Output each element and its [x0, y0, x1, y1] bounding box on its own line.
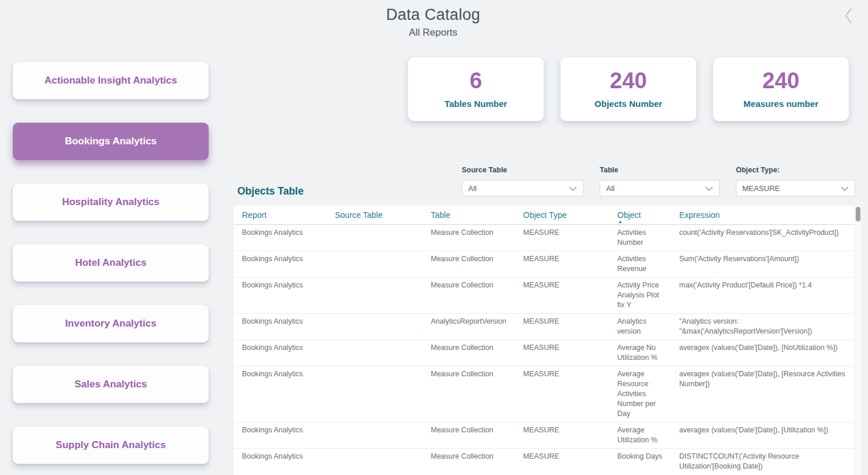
- table-row: Bookings AnalyticsAnalyticsReportVersion…: [234, 314, 855, 340]
- cell-report: Bookings Analytics: [234, 314, 327, 340]
- sidebar: Actionable Insight Analytics Bookings An…: [13, 62, 209, 464]
- sidebar-item-label: Inventory Analytics: [65, 318, 156, 330]
- cell-object: Booking Days: [609, 449, 671, 475]
- filter-selected-value: MEASURE: [742, 184, 780, 193]
- column-header-object[interactable]: Object▲: [609, 206, 671, 225]
- cell-object-type: MEASURE: [515, 251, 609, 278]
- filter-label: Table: [600, 166, 720, 174]
- kpi-card-tables-number: 6 Tables Number: [408, 57, 544, 121]
- cell-expression: "Analytics version: "&max('AnalyticsRepo…: [671, 314, 855, 340]
- scrollbar-thumb[interactable]: [856, 207, 860, 221]
- filter-dropdown[interactable]: All: [600, 180, 720, 196]
- cell-table: Measure Collection: [423, 278, 515, 314]
- cell-object-type: MEASURE: [515, 366, 609, 422]
- filter-label: Source Table: [462, 166, 583, 174]
- cell-table: Measure Collection: [423, 225, 515, 251]
- sidebar-item-hotel-analytics[interactable]: Hotel Analytics: [13, 244, 209, 282]
- sidebar-item-label: Bookings Analytics: [65, 136, 157, 147]
- sidebar-item-supply-chain-analytics[interactable]: Supply Chain Analytics: [13, 427, 209, 464]
- cell-object-type: MEASURE: [515, 278, 609, 314]
- cell-report: Bookings Analytics: [234, 225, 327, 251]
- cell-expression: max('Activity Product'[Default Price]) *…: [671, 278, 855, 314]
- cell-source-table: [327, 314, 423, 340]
- page-header: Data Catalog All Reports: [0, 6, 866, 39]
- kpi-value: 240: [762, 70, 799, 93]
- cell-table: Measure Collection: [423, 340, 515, 366]
- sidebar-item-label: Actionable Insight Analytics: [44, 75, 177, 86]
- table-row: Bookings AnalyticsMeasure CollectionMEAS…: [234, 422, 855, 449]
- sidebar-item-inventory-analytics[interactable]: Inventory Analytics: [13, 305, 209, 342]
- chevron-down-icon: [705, 184, 713, 193]
- cell-expression: averagex (values('Date'[Date]), [Resourc…: [671, 366, 855, 422]
- cell-object: Average Resource Activities Number per D…: [609, 366, 671, 422]
- kpi-label: Objects Number: [594, 99, 662, 109]
- filter-dropdown[interactable]: MEASURE: [736, 180, 855, 196]
- table-row: Bookings AnalyticsMeasure CollectionMEAS…: [234, 366, 855, 422]
- sidebar-item-sales-analytics[interactable]: Sales Analytics: [13, 366, 209, 403]
- cell-source-table: [327, 278, 423, 314]
- chevron-down-icon: [841, 184, 849, 193]
- sort-ascending-icon: ▲: [618, 220, 623, 224]
- cell-object: Activity Price Analysis Plot fix Y: [609, 278, 671, 314]
- cell-report: Bookings Analytics: [234, 340, 327, 366]
- kpi-value: 6: [469, 70, 482, 93]
- filter-dropdown[interactable]: All: [462, 180, 583, 196]
- scrollbar-track[interactable]: [855, 206, 861, 475]
- table-row: Bookings AnalyticsMeasure CollectionMEAS…: [234, 225, 855, 251]
- sidebar-item-label: Hotel Analytics: [75, 257, 146, 269]
- cell-source-table: [327, 340, 423, 366]
- cell-expression: DISTINCTCOUNT('Activity Resource Utiliza…: [671, 449, 855, 475]
- sidebar-item-label: Sales Analytics: [74, 379, 147, 390]
- kpi-card-objects-number: 240 Objects Number: [561, 57, 696, 121]
- sidebar-item-label: Supply Chain Analytics: [56, 439, 165, 451]
- cell-object-type: MEASURE: [515, 340, 609, 366]
- table-row: Bookings AnalyticsMeasure CollectionMEAS…: [234, 449, 855, 475]
- filter-label: Object Type:: [736, 166, 855, 174]
- cell-object: Activities Revenue: [609, 251, 671, 278]
- filter-selected-value: All: [606, 184, 614, 193]
- cell-source-table: [327, 251, 423, 278]
- cell-report: Bookings Analytics: [234, 251, 327, 278]
- cell-table: Measure Collection: [423, 366, 515, 422]
- column-header-report[interactable]: Report: [234, 206, 327, 225]
- cell-expression: count('Activity Reservations'[SK_Activit…: [671, 225, 855, 251]
- cell-table: Measure Collection: [423, 251, 515, 278]
- cell-source-table: [327, 225, 423, 251]
- cell-report: Bookings Analytics: [234, 278, 327, 314]
- table-header-row: ReportSource TableTableObject TypeObject…: [234, 206, 855, 225]
- cell-object-type: MEASURE: [515, 225, 609, 251]
- column-header-source-table[interactable]: Source Table: [327, 206, 423, 225]
- sidebar-item-hospitality-analytics[interactable]: Hospitality Analytics: [13, 183, 209, 221]
- column-header-table[interactable]: Table: [423, 206, 515, 225]
- filter-source-table: Source Table All: [462, 166, 583, 196]
- kpi-label: Tables Number: [444, 99, 507, 109]
- column-header-expression[interactable]: Expression: [671, 206, 855, 225]
- sidebar-item-actionable-insight-analytics[interactable]: Actionable Insight Analytics: [13, 62, 209, 99]
- sidebar-item-bookings-analytics[interactable]: Bookings Analytics: [13, 123, 209, 160]
- cell-object: Average Utilization %: [609, 422, 671, 449]
- cell-source-table: [327, 366, 423, 422]
- cell-table: Measure Collection: [423, 449, 515, 475]
- column-header-object-type[interactable]: Object Type: [515, 206, 609, 225]
- filter-table: Table All: [600, 166, 720, 196]
- cell-report: Bookings Analytics: [234, 449, 327, 475]
- sidebar-item-label: Hospitality Analytics: [62, 196, 160, 208]
- kpi-value: 240: [610, 70, 646, 93]
- chevron-down-icon: [569, 184, 577, 193]
- filter-object-type: Object Type: MEASURE: [736, 166, 855, 196]
- cell-source-table: [327, 449, 423, 475]
- kpi-card-measures-number: 240 Measures number: [713, 57, 849, 121]
- cell-object-type: MEASURE: [515, 314, 609, 340]
- cell-object: Analytics version: [609, 314, 671, 340]
- cell-expression: averagex (values('Date'[Date]), [Utiliza…: [671, 422, 855, 449]
- cell-object: Average No Utilization %: [609, 340, 671, 366]
- objects-table: ReportSource TableTableObject TypeObject…: [234, 206, 855, 475]
- cell-expression: Sum('Activity Reservations'[Amount]): [671, 251, 855, 278]
- page-subtitle: All Reports: [0, 27, 866, 39]
- table-title: Objects Table: [237, 185, 303, 197]
- cell-object-type: MEASURE: [515, 449, 609, 475]
- chevron-left-icon[interactable]: [843, 7, 854, 25]
- cell-report: Bookings Analytics: [234, 366, 327, 422]
- table-row: Bookings AnalyticsMeasure CollectionMEAS…: [234, 340, 855, 366]
- cell-report: Bookings Analytics: [234, 422, 327, 449]
